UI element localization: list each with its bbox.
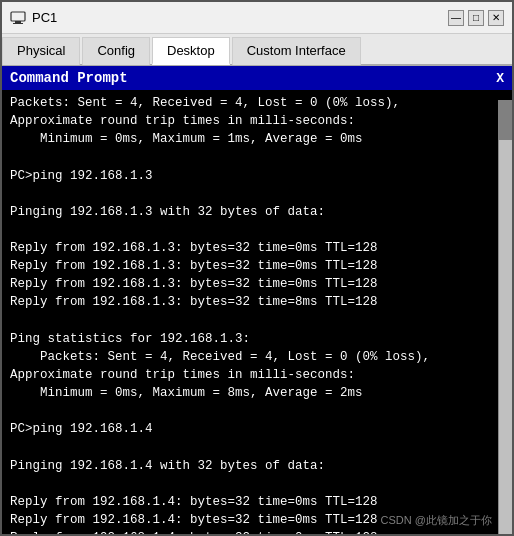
cmd-header: Command Prompt X [2, 66, 512, 90]
cmd-title: Command Prompt [10, 70, 128, 86]
content-area: Command Prompt X Packets: Sent = 4, Rece… [2, 66, 512, 534]
scrollbar-thumb[interactable] [498, 100, 512, 140]
main-window: PC1 — □ ✕ Physical Config Desktop Custom… [0, 0, 514, 536]
computer-icon [10, 10, 26, 26]
close-button[interactable]: ✕ [488, 10, 504, 26]
tab-desktop[interactable]: Desktop [152, 37, 230, 65]
title-bar: PC1 — □ ✕ [2, 2, 512, 34]
tab-custom-interface[interactable]: Custom Interface [232, 37, 361, 65]
svg-rect-1 [15, 21, 21, 23]
tab-config[interactable]: Config [82, 37, 150, 65]
scrollbar-track[interactable] [498, 100, 512, 534]
window-title: PC1 [32, 10, 57, 25]
tab-bar: Physical Config Desktop Custom Interface [2, 34, 512, 66]
minimize-button[interactable]: — [448, 10, 464, 26]
window-controls: — □ ✕ [448, 10, 504, 26]
title-bar-left: PC1 [10, 10, 57, 26]
svg-rect-2 [13, 23, 23, 24]
cmd-close-button[interactable]: X [496, 71, 504, 86]
tab-physical[interactable]: Physical [2, 37, 80, 65]
maximize-button[interactable]: □ [468, 10, 484, 26]
svg-rect-0 [11, 12, 25, 21]
terminal-output[interactable]: Packets: Sent = 4, Received = 4, Lost = … [2, 90, 512, 534]
